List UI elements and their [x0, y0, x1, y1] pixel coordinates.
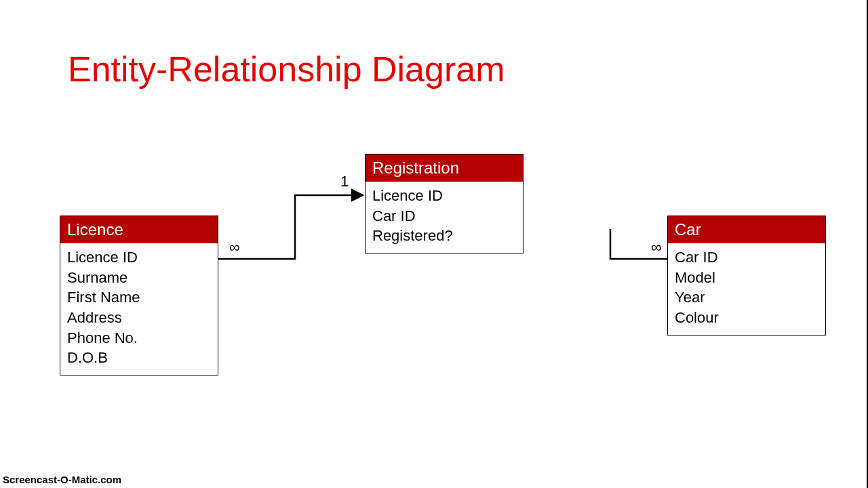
entity-registration-body: Licence ID Car ID Registered?	[366, 182, 523, 253]
entity-licence-attr: First Name	[67, 287, 211, 308]
entity-car-attr: Colour	[675, 308, 818, 328]
page-title: Entity-Relationship Diagram	[68, 49, 505, 89]
entity-registration-attr: Car ID	[372, 206, 516, 226]
entity-car-body: Car ID Model Year Colour	[668, 243, 825, 335]
entity-car: Car Car ID Model Year Colour	[667, 216, 826, 336]
entity-licence-attr: Address	[67, 308, 211, 328]
cardinality-licence: ∞	[229, 239, 240, 256]
entity-licence-attr: Phone No.	[67, 328, 211, 348]
entity-licence-attr: Licence ID	[67, 247, 211, 268]
cardinality-car: ∞	[651, 239, 662, 256]
entity-car-attr: Car ID	[675, 247, 818, 268]
entity-licence: Licence Licence ID Surname First Name Ad…	[60, 216, 218, 375]
entity-licence-header: Licence	[60, 216, 218, 243]
entity-registration-header: Registration	[366, 155, 523, 182]
entity-registration: Registration Licence ID Car ID Registere…	[365, 154, 524, 253]
entity-car-attr: Model	[675, 268, 818, 288]
entity-licence-attr: Surname	[67, 268, 211, 288]
cardinality-registration: 1	[340, 173, 349, 190]
entity-car-header: Car	[668, 216, 825, 243]
entity-registration-attr: Licence ID	[372, 186, 516, 206]
entity-licence-body: Licence ID Surname First Name Address Ph…	[60, 243, 218, 375]
entity-registration-attr: Registered?	[372, 226, 516, 246]
watermark: Screencast-O-Matic.com	[3, 474, 121, 485]
entity-licence-attr: D.O.B	[67, 348, 211, 368]
entity-car-attr: Year	[675, 287, 818, 308]
